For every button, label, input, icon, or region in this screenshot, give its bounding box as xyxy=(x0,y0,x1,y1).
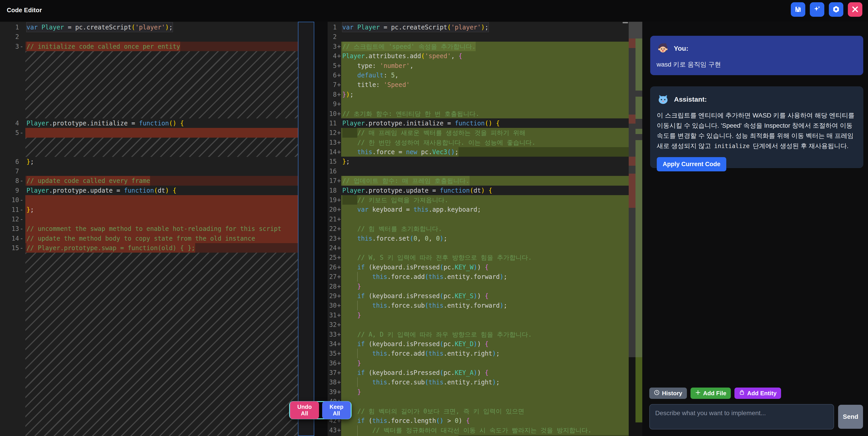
code-line[interactable]: 23+ this.force.set(0, 0, 0); xyxy=(328,233,629,243)
line-number-gutter: 25+ xyxy=(328,253,341,262)
code-line[interactable]: 21+ xyxy=(328,214,629,224)
code-line[interactable]: 7+ title: 'Speed' xyxy=(328,80,629,89)
diff-filler-region xyxy=(0,51,298,118)
code-line[interactable]: 37+ if (keyboard.isPressed(pc.KEY_A)) { xyxy=(328,368,629,377)
line-number-gutter: 2 xyxy=(0,32,25,41)
chat-action-row: History Add File Add Entity xyxy=(649,387,781,399)
line-number-gutter: 13- xyxy=(0,224,25,233)
add-file-button[interactable]: Add File xyxy=(690,387,731,399)
code-line[interactable]: 12- xyxy=(0,214,298,224)
line-number-gutter: 9 xyxy=(0,186,25,195)
code-line[interactable]: 19+ // 키보드 입력을 가져옵니다. xyxy=(328,195,629,205)
undo-all-button[interactable]: Undo All xyxy=(290,401,319,419)
code-line[interactable]: 25+ // W, S 키 입력에 따라 전후 방향으로 힘을 추가합니다. xyxy=(328,253,629,262)
code-line[interactable]: 10+// 초기화 함수: 엔티티당 한 번 호출됩니다. xyxy=(328,109,629,118)
code-line[interactable]: 14+ this.force = new pc.Vec3(); xyxy=(328,147,629,157)
code-line[interactable]: 36+ } xyxy=(328,359,629,368)
code-line[interactable]: 35+ this.force.add(this.entity.right); xyxy=(328,349,629,358)
line-number-gutter: 13+ xyxy=(328,137,341,147)
line-number-gutter: 8+ xyxy=(328,90,341,99)
overview-ruler-deleted-lane xyxy=(629,22,636,436)
code-line[interactable]: 5- xyxy=(0,128,298,137)
code-line[interactable]: 13+ // 한 번만 생성하여 재사용합니다. 이는 성능에 좋습니다. xyxy=(328,137,629,147)
code-line[interactable]: 42+ if (this.force.length() > 0) { xyxy=(328,416,629,425)
line-number-gutter: 11 xyxy=(328,118,341,128)
code-line[interactable]: 12+ // 매 프레임 새로운 벡터를 생성하는 것을 피하기 위해 xyxy=(328,128,629,137)
code-line[interactable]: 2 xyxy=(328,32,629,41)
code-line[interactable]: 44+ this.force.normalize(); xyxy=(328,435,629,436)
line-number-gutter: 6 xyxy=(0,157,25,166)
code-line[interactable]: 5+ type: 'number', xyxy=(328,61,629,70)
ai-generate-button[interactable] xyxy=(810,2,824,17)
diff-filler-region xyxy=(0,137,298,157)
code-line[interactable]: 24+ xyxy=(328,243,629,253)
code-line[interactable]: 28+ } xyxy=(328,282,629,291)
code-line[interactable]: 8+}); xyxy=(328,90,629,99)
right-scrollbar-thumb[interactable] xyxy=(623,22,628,23)
ruler-mark xyxy=(636,38,642,91)
code-line[interactable]: 43+ // 벡터를 정규화하여 대각선 이동 시 속도가 빨라지는 것을 방지… xyxy=(328,425,629,435)
code-line[interactable]: 17+// 업데이트 함수: 매 프레임 호출됩니다. xyxy=(328,176,629,185)
code-line[interactable]: 13-// uncomment the swap method to enabl… xyxy=(0,224,298,233)
history-button[interactable]: History xyxy=(649,387,687,399)
save-icon xyxy=(794,5,802,14)
code-line[interactable]: 3-// initialize code called once per ent… xyxy=(0,42,298,51)
code-line[interactable]: 30+ this.force.sub(this.entity.forward); xyxy=(328,301,629,310)
code-line[interactable]: 33+ // A, D 키 입력에 따라 좌우 방향으로 힘을 추가합니다. xyxy=(328,330,629,339)
original-code-pane[interactable]: 1var Player = pc.createScript('player');… xyxy=(0,22,298,436)
code-line[interactable]: 1var Player = pc.createScript('player'); xyxy=(328,23,629,32)
history-label: History xyxy=(662,390,682,397)
code-line[interactable]: 6+ default: 5, xyxy=(328,70,629,80)
code-line[interactable]: 4+Player.attributes.add('speed', { xyxy=(328,51,629,61)
keep-all-button[interactable]: Keep All xyxy=(322,401,351,419)
code-line[interactable]: 32+ xyxy=(328,320,629,330)
settings-button[interactable] xyxy=(829,2,843,17)
line-number-gutter: 11- xyxy=(0,205,25,214)
apply-current-code-button[interactable]: Apply Current Code xyxy=(657,157,726,172)
code-line[interactable]: 8-// update code called every frame xyxy=(0,176,298,185)
code-line[interactable]: 11-}; xyxy=(0,205,298,214)
code-line[interactable]: 2 xyxy=(0,32,298,41)
code-line[interactable]: 3+// 스크립트에 'speed' 속성을 추가합니다. xyxy=(328,42,629,51)
diff-viewport-indicator[interactable] xyxy=(298,22,314,436)
ruler-mark xyxy=(629,38,636,48)
modified-code-pane[interactable]: 1var Player = pc.createScript('player');… xyxy=(328,22,629,436)
chat-input[interactable] xyxy=(650,405,834,429)
line-number-gutter: 18 xyxy=(328,186,341,195)
code-line[interactable]: 22+ // 힘 벡터를 초기화합니다. xyxy=(328,224,629,233)
code-line[interactable]: 9Player.prototype.update = function(dt) … xyxy=(0,186,298,195)
code-line[interactable]: 1var Player = pc.createScript('player'); xyxy=(0,23,298,32)
overview-ruler[interactable] xyxy=(629,22,642,436)
code-line[interactable]: 7 xyxy=(0,166,298,176)
code-line[interactable]: 26+ if (keyboard.isPressed(pc.KEY_W)) { xyxy=(328,262,629,272)
ruler-mark xyxy=(636,97,642,119)
code-line[interactable]: 20+ var keyboard = this.app.keyboard; xyxy=(328,205,629,214)
code-line[interactable]: 9+ xyxy=(328,99,629,108)
code-line[interactable]: 18Player.prototype.update = function(dt)… xyxy=(328,186,629,195)
send-button[interactable]: Send xyxy=(838,405,863,429)
add-entity-icon xyxy=(739,390,745,397)
code-line[interactable]: 4Player.prototype.initialize = function(… xyxy=(0,118,298,128)
add-entity-button[interactable]: Add Entity xyxy=(735,387,781,399)
code-line[interactable]: 34+ if (keyboard.isPressed(pc.KEY_D)) { xyxy=(328,339,629,349)
close-button[interactable] xyxy=(848,2,862,17)
code-line[interactable]: 14-// update the method body to copy sta… xyxy=(0,233,298,243)
save-button[interactable] xyxy=(791,2,805,17)
code-line[interactable]: 16 xyxy=(328,166,629,176)
line-number-gutter: 36+ xyxy=(328,359,341,368)
code-line[interactable]: 15}; xyxy=(328,157,629,166)
code-line[interactable]: 10- xyxy=(0,195,298,205)
code-line[interactable]: 15-// Player.prototype.swap = function(o… xyxy=(0,243,298,253)
line-number-gutter: 8- xyxy=(0,176,25,185)
code-line[interactable]: 38+ this.force.sub(this.entity.right); xyxy=(328,377,629,387)
code-line[interactable]: 39+ } xyxy=(328,387,629,397)
code-line[interactable]: 31+ } xyxy=(328,310,629,320)
code-line[interactable]: 40+ xyxy=(328,397,629,406)
code-line[interactable]: 29+ if (keyboard.isPressed(pc.KEY_S)) { xyxy=(328,291,629,301)
code-line[interactable]: 6}; xyxy=(0,157,298,166)
code-line[interactable]: 11Player.prototype.initialize = function… xyxy=(328,118,629,128)
code-line[interactable]: 27+ this.force.add(this.entity.forward); xyxy=(328,272,629,281)
line-number-gutter: 29+ xyxy=(328,291,341,301)
assistant-message-bubble: Assistant: 이 스크립트를 엔티티에 추가하면 WASD 키를 사용하… xyxy=(650,87,863,168)
code-line[interactable]: 41+ // 힘 벡터의 길이가 0보다 크면, 즉 키 입력이 있으면 xyxy=(328,406,629,416)
